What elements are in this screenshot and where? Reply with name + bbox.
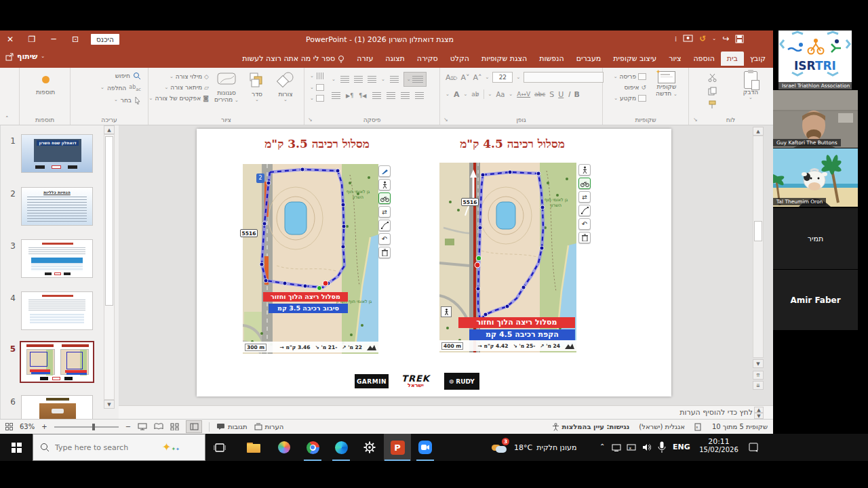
weather-text[interactable]: 18°C מעונן חלקית xyxy=(514,434,576,461)
paste-button[interactable]: הדבק ⌄ xyxy=(737,71,764,100)
tray-input-button[interactable]: x xyxy=(624,434,639,461)
accessibility-checker[interactable]: נגישות: עיין בהמלצות xyxy=(552,423,630,431)
font-size-box[interactable]: 22 xyxy=(492,72,513,83)
reset-button[interactable]: ↺איפוס xyxy=(625,84,647,91)
walk-mode-button[interactable] xyxy=(378,179,391,190)
tab-transitions[interactable]: מעברים xyxy=(570,52,608,66)
participant-tile-tamir[interactable]: תמיר xyxy=(773,208,858,269)
tab-slideshow[interactable]: הצגת שקופיות xyxy=(475,52,533,66)
indent-less-icon[interactable] xyxy=(368,76,376,83)
draw-route-button[interactable] xyxy=(378,165,391,177)
tab-animations[interactable]: הנפשות xyxy=(533,52,570,66)
zoom-slider[interactable] xyxy=(54,426,119,428)
smartart-icon[interactable] xyxy=(316,95,324,102)
columns-icon[interactable] xyxy=(332,92,340,99)
arrange-button[interactable]: סדר⌄ xyxy=(245,72,269,102)
strikethrough-icon[interactable]: abc xyxy=(534,91,545,98)
numbering-icon[interactable] xyxy=(390,76,399,83)
tray-volume-button[interactable] xyxy=(639,434,654,461)
undo-icon[interactable]: ↺ xyxy=(699,34,706,43)
highlight-icon[interactable]: ab̷ xyxy=(471,91,479,98)
settings-button[interactable] xyxy=(355,434,384,461)
next-slide-button[interactable]: ⇊ xyxy=(753,381,764,390)
find-button[interactable]: חיפוש xyxy=(115,72,141,80)
tray-expand-icon[interactable]: ⌃ xyxy=(599,443,605,450)
reverse-route-button[interactable]: ⇄ xyxy=(578,191,591,203)
clock[interactable]: 20:11 15/02/2026 xyxy=(697,437,741,453)
task-view-button[interactable] xyxy=(205,434,234,461)
start-button[interactable] xyxy=(0,434,33,461)
notes-button[interactable]: הערות xyxy=(254,423,284,430)
grow-font-icon[interactable]: A˄ xyxy=(473,73,481,82)
thumb-scrollbar[interactable] xyxy=(104,134,115,400)
ribbon-display-icon[interactable]: ⊡ xyxy=(69,35,81,44)
fit-slide-icon[interactable] xyxy=(5,423,13,430)
thumbnail-slide-2[interactable]: הנחיות כלליות xyxy=(21,187,93,226)
tab-view[interactable]: תצוגה xyxy=(379,52,410,66)
text-direction-icon[interactable] xyxy=(315,73,323,79)
notes-scroll-up[interactable]: ▲ xyxy=(754,407,764,413)
tab-home[interactable]: בית xyxy=(721,52,744,66)
notes-scroll-down[interactable]: ▼ xyxy=(754,413,764,419)
tab-draw[interactable]: ציור xyxy=(663,52,687,66)
proofing-icon[interactable]: x xyxy=(694,423,703,431)
left-map-image[interactable]: 5516 2 גן לאומי חוף השרון גן לאומי חוף ה… xyxy=(243,164,393,354)
slide-canvas[interactable]: מסלול רכיבה 3.5 ק"מ מסלול רכיבה 4.5 ק"מ xyxy=(197,129,671,396)
change-case-icon[interactable]: Aa xyxy=(496,91,505,98)
spacing-chevron[interactable]: ⌄ xyxy=(509,92,513,97)
thumbnail-slide-4[interactable] xyxy=(21,291,93,330)
editor-scroll-up[interactable]: ▲ xyxy=(753,127,764,136)
thumbnail-slide-5[interactable] xyxy=(20,341,94,383)
slide-sorter-view-icon[interactable] xyxy=(170,423,179,430)
tab-record[interactable]: הקלט xyxy=(444,52,475,66)
char-spacing-icon[interactable]: A↔V xyxy=(517,91,530,98)
tab-review[interactable]: סקירה xyxy=(411,52,444,66)
zoom-taskbar-button[interactable] xyxy=(411,434,439,461)
share-button[interactable]: שיתוף ⌄ xyxy=(5,52,45,61)
signin-button[interactable]: היכנס xyxy=(91,34,119,45)
thumb-scroll-down[interactable]: ▼ xyxy=(104,400,115,409)
previous-slide-button[interactable]: ⇈ xyxy=(753,371,764,380)
copilot-button[interactable] xyxy=(270,434,298,461)
bike-mode-button[interactable] xyxy=(378,192,391,204)
addins-button[interactable]: תוספות xyxy=(31,73,60,96)
italic-icon[interactable]: I xyxy=(568,90,570,99)
collapse-ribbon-icon[interactable]: ˄ xyxy=(5,115,9,122)
tab-help[interactable]: עזרה xyxy=(351,52,379,66)
thumb-scroll-up[interactable]: ▲ xyxy=(104,125,115,134)
replace-button[interactable]: abacהחלפה⌄ xyxy=(100,84,141,92)
zoom-level[interactable]: 63% xyxy=(20,423,35,430)
edge-button[interactable] xyxy=(327,434,355,461)
shape-outline-button[interactable]: ▱מיתאר צורה⌄ xyxy=(164,84,209,91)
line-spacing-icon[interactable] xyxy=(340,76,349,83)
tab-file[interactable]: קובץ xyxy=(744,52,772,66)
new-slide-button[interactable]: ✦ שקופית חדשה ⌄ xyxy=(649,71,684,97)
save-icon[interactable] xyxy=(735,35,744,43)
zoom-in-button[interactable]: + xyxy=(41,423,47,430)
font-name-box[interactable] xyxy=(524,72,604,83)
edit-line-button[interactable] xyxy=(378,220,391,231)
shapes-button[interactable]: צורות⌄ xyxy=(273,72,298,102)
presenter-icon[interactable] xyxy=(683,35,693,43)
tray-cast-button[interactable] xyxy=(609,434,624,461)
participant-tile-isrtri[interactable]: ISRTRI Israel Triathlon Association xyxy=(778,30,852,89)
minimize-icon[interactable]: ─ xyxy=(47,35,60,44)
language-indicator[interactable]: אנגלית (ישראל) xyxy=(639,423,685,430)
taskbar-search[interactable]: ✦✦✦ xyxy=(33,434,205,461)
align-right-icon[interactable] xyxy=(415,92,424,99)
font-color-icon[interactable]: A xyxy=(454,90,460,99)
search-input[interactable] xyxy=(55,443,157,452)
reverse-route-button[interactable]: ⇄ xyxy=(378,206,391,218)
action-center-button[interactable] xyxy=(743,434,764,461)
align-text-icon[interactable] xyxy=(316,84,324,91)
zoom-out-button[interactable]: − xyxy=(125,423,131,430)
font-color-chevron[interactable]: ⌄ xyxy=(446,92,450,97)
rtl-icon[interactable]: ¶◀ xyxy=(359,93,366,99)
case-chevron[interactable]: ⌄ xyxy=(488,92,492,97)
thumbnail-slide-6[interactable] xyxy=(21,395,93,419)
cut-icon[interactable] xyxy=(708,73,717,82)
reading-view-icon[interactable] xyxy=(154,423,163,430)
notes-placeholder[interactable]: לחץ כדי להוסיף הערות xyxy=(679,408,753,417)
ltr-icon[interactable]: ▶¶ xyxy=(346,93,353,99)
highlight-chevron[interactable]: ⌄ xyxy=(463,92,467,97)
